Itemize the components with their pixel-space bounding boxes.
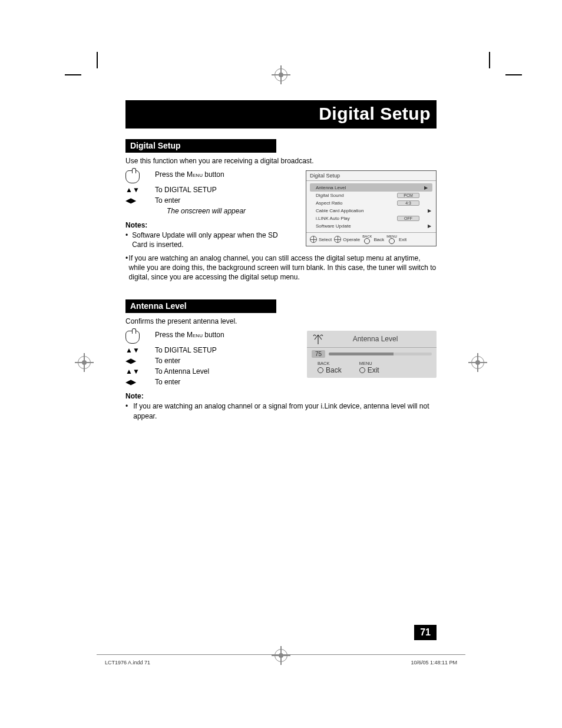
osd-menu-list: Antenna Level ▶ Digital Sound PCM Aspect…: [306, 180, 436, 233]
notes-heading: Notes:: [125, 221, 292, 229]
button-icon: [318, 367, 323, 373]
osd-row-software-update: Software Update ▶: [306, 222, 436, 230]
footer-filename: LCT1976 A.indd 71: [105, 660, 150, 666]
up-down-arrows-icon: ▲▼: [125, 346, 143, 354]
step-text: To enter: [155, 357, 180, 365]
section2-steps: Press the Menu button ▲▼ To DIGITAL SETU…: [125, 331, 293, 400]
step-row: ▲▼ To Antenna Level: [125, 367, 293, 375]
button-icon: [389, 238, 395, 244]
footer-rule: [97, 654, 465, 655]
hand-press-icon: [125, 331, 143, 344]
step-row: Press the Menu button: [125, 331, 293, 344]
antenna-level-osd-panel: Antenna Level 75 BACK Back MENU Exit: [307, 331, 437, 378]
onscreen-appear-note: The onscreen will appear: [167, 207, 292, 215]
left-right-arrows-icon: ◀▶: [125, 378, 143, 386]
section-heading-digital-setup: Digital Setup: [125, 139, 276, 153]
osd-value: 4:3: [397, 200, 419, 206]
footer-timestamp: 10/6/05 1:48:11 PM: [411, 660, 457, 666]
section2-intro: Confirms the present antenna level.: [125, 317, 437, 326]
button-icon: [364, 238, 370, 244]
al-panel-title: Antenna Level: [330, 335, 432, 343]
step-row: ◀▶ To enter: [125, 378, 293, 386]
osd-row-aspect-ratio: Aspect Ratio 4:3: [306, 199, 436, 207]
osd-row-digital-sound: Digital Sound PCM: [306, 192, 436, 199]
page-number: 71: [414, 625, 437, 640]
digital-setup-osd-panel: Digital Setup Antenna Level ▶ Digital So…: [306, 170, 437, 246]
step-row: ▲▼ To DIGITAL SETUP: [125, 346, 293, 354]
dpad-icon: [310, 236, 317, 243]
bullet-icon: •: [125, 230, 132, 249]
left-right-arrows-icon: ◀▶: [125, 196, 143, 205]
section1-intro: Use this function when you are receiving…: [125, 156, 437, 166]
step-text: To enter: [155, 196, 180, 205]
antenna-level-bar: [329, 353, 432, 355]
page-number-wrap: 71: [125, 625, 437, 643]
step-text: To DIGITAL SETUP: [155, 186, 217, 194]
step-text: Press the Menu button: [155, 170, 224, 179]
hand-press-icon: [125, 170, 143, 183]
section1-steps: Press the Menu button ▲▼ To DIGITAL SETU…: [125, 170, 292, 249]
page-content: Digital Setup Digital Setup Use this fun…: [125, 100, 437, 421]
chevron-right-icon: ▶: [423, 185, 429, 190]
button-icon: [359, 367, 365, 373]
step-row: Press the Menu button: [125, 170, 292, 183]
osd-footer: Select Operate BACKBack MENUExit: [306, 233, 436, 246]
left-right-arrows-icon: ◀▶: [125, 357, 143, 365]
registration-mark-icon: [78, 356, 91, 369]
osd-value: OFF: [397, 216, 419, 221]
antenna-icon: [312, 334, 325, 344]
osd-value: PCM: [397, 193, 419, 198]
step-text: To DIGITAL SETUP: [155, 346, 217, 354]
page-title: Digital Setup: [125, 100, 437, 129]
registration-mark-icon: [275, 649, 287, 662]
bullet-icon: •: [125, 401, 133, 420]
crop-mark: [489, 68, 522, 75]
step-text: Press the Menu button: [155, 331, 224, 339]
step-row: ▲▼ To DIGITAL SETUP: [125, 186, 292, 194]
step-row: ◀▶ To enter: [125, 196, 292, 205]
step-row: ◀▶ To enter: [125, 357, 293, 365]
up-down-arrows-icon: ▲▼: [125, 186, 143, 194]
step-text: To enter: [155, 378, 180, 386]
osd-title: Digital Setup: [306, 171, 436, 180]
osd-row-ilink: i.LINK Auto Play OFF: [306, 215, 436, 222]
osd-row-cable-card: Cable Card Application ▶: [306, 207, 436, 215]
registration-mark-icon: [275, 68, 287, 81]
up-down-arrows-icon: ▲▼: [125, 367, 143, 375]
section-heading-antenna-level: Antenna Level: [125, 299, 276, 313]
note-bullet: • Software Update will only appear when …: [125, 230, 292, 249]
note-heading: Note:: [125, 392, 293, 400]
dpad-icon: [334, 236, 341, 243]
note-bullet: • If you are watching an analog channel,…: [125, 253, 437, 282]
crop-mark: [81, 68, 98, 75]
chevron-right-icon: ▶: [427, 223, 432, 229]
chevron-right-icon: ▶: [427, 208, 432, 213]
manual-page: Digital Setup Digital Setup Use this fun…: [0, 0, 562, 728]
note-bullet: • If you are watching an analog channel …: [125, 401, 437, 420]
antenna-level-value: 75: [312, 350, 325, 358]
registration-mark-icon: [471, 356, 484, 369]
osd-row-antenna-level: Antenna Level ▶: [310, 183, 432, 192]
step-text: To Antenna Level: [155, 367, 209, 375]
